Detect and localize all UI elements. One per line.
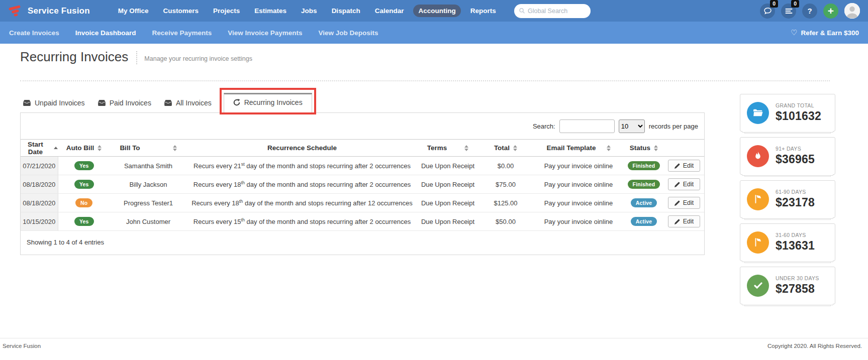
refresh-icon	[233, 99, 240, 106]
list-icon	[785, 8, 793, 14]
header-actions	[664, 140, 704, 157]
edit-button[interactable]: Edit	[668, 160, 701, 172]
bill-to-cell: Samantha Smith	[110, 157, 186, 175]
status-cell: Finished	[624, 175, 664, 194]
bill-to-cell: Progress Tester1	[110, 194, 186, 212]
brand-name: Service Fusion	[28, 6, 90, 16]
auto-bill-cell: Yes	[58, 175, 110, 194]
inbox-icon	[98, 100, 106, 106]
grand-total-card: GRAND TOTAL $101632	[740, 94, 835, 132]
brand-logo[interactable]: Service Fusion	[8, 4, 90, 18]
subnav-invoice-dashboard[interactable]: Invoice Dashboard	[75, 29, 136, 37]
header-email-template[interactable]: Email Template	[533, 140, 624, 157]
start-date-cell: 08/18/2020	[21, 194, 58, 212]
status-cell: Active	[624, 194, 664, 212]
subnav-create-invoices[interactable]: Create Invoices	[9, 29, 59, 37]
global-search	[514, 4, 591, 18]
user-avatar[interactable]	[844, 3, 860, 19]
brand-logo-icon	[8, 4, 23, 18]
auto-bill-cell: No	[58, 194, 110, 212]
header-start-date[interactable]: Start Date	[21, 140, 58, 157]
edit-button[interactable]: Edit	[668, 178, 701, 190]
subnav-view-job-deposits[interactable]: View Job Deposits	[319, 29, 378, 37]
total-cell: $50.00	[478, 212, 533, 231]
total-cell: $0.00	[478, 157, 533, 175]
subnav-receive-payments[interactable]: Receive Payments	[152, 29, 212, 37]
days-31-60-card: 31-60 DAYS $13631	[740, 223, 835, 261]
header-auto-bill[interactable]: Auto Bill	[58, 140, 110, 157]
nav-item-projects[interactable]: Projects	[208, 5, 245, 17]
subnav-view-invoice-payments[interactable]: View Invoice Payments	[228, 29, 302, 37]
dotted-separator	[20, 80, 830, 81]
recurrence-cell: Recurs every 18th day of the month and s…	[186, 175, 418, 194]
top-icon-cluster: 0 0 ? +	[760, 3, 860, 19]
tab-unpaid-invoices[interactable]: Unpaid Invoices	[22, 94, 86, 112]
nav-item-dispatch[interactable]: Dispatch	[327, 5, 365, 17]
tab-label: Recurring Invoices	[244, 98, 303, 106]
edit-button[interactable]: Edit	[668, 197, 701, 209]
nav-item-estimates[interactable]: Estimates	[249, 5, 292, 17]
recurrence-cell: Recurs every 21st day of the month and s…	[186, 157, 418, 175]
status-badge: Finished	[628, 180, 660, 189]
footer-copyright: Copyright 2020. All Rights Reserved.	[767, 343, 862, 349]
tasks-button[interactable]: 0	[781, 4, 796, 19]
header-total[interactable]: Total	[478, 140, 533, 157]
tab-paid-invoices[interactable]: Paid Invoices	[97, 94, 152, 112]
actions-cell: Edit	[664, 157, 704, 175]
status-cell: Active	[624, 212, 664, 231]
auto-bill-badge: Yes	[74, 180, 94, 189]
auto-bill-badge: Yes	[74, 217, 94, 226]
card-value: $36965	[776, 153, 815, 166]
start-date-cell: 07/21/2020	[21, 157, 58, 175]
table-search-input[interactable]	[559, 119, 615, 133]
page-title: Recurring Invoices	[20, 49, 128, 64]
nav-item-jobs[interactable]: Jobs	[296, 5, 322, 17]
person-icon	[844, 3, 860, 19]
chat-badge: 0	[770, 0, 778, 8]
check-icon	[747, 275, 769, 297]
page-subtitle: Manage your recurring invoice settings	[136, 51, 252, 64]
card-value: $23178	[776, 196, 815, 209]
actions-cell: Edit	[664, 194, 704, 212]
header-terms[interactable]: Terms	[418, 140, 478, 157]
chat-button[interactable]: 0	[760, 4, 775, 19]
nav-item-calendar[interactable]: Calendar	[370, 5, 409, 17]
help-button[interactable]: ?	[802, 4, 817, 19]
refer-earn-link[interactable]: ♡ Refer & Earn $300	[791, 28, 859, 37]
edit-button[interactable]: Edit	[668, 215, 701, 227]
tab-all-invoices[interactable]: All Invoices	[163, 94, 213, 112]
sort-icon	[464, 145, 468, 151]
card-value: $101632	[776, 109, 821, 123]
tasks-badge: 0	[791, 0, 799, 8]
header-recurrence-schedule[interactable]: Recurrence Schedule	[186, 140, 418, 157]
add-button[interactable]: +	[823, 4, 838, 19]
tab-recurring-invoices[interactable]: Recurring Invoices	[224, 93, 312, 112]
aging-summary-sidebar: GRAND TOTAL $101632 91+ DAYS $36965 61-9…	[740, 94, 835, 310]
status-cell: Finished	[624, 157, 664, 175]
inbox-icon	[164, 100, 172, 106]
page-size-select[interactable]: 10	[619, 119, 645, 133]
header-status[interactable]: Status	[624, 140, 664, 157]
recurring-invoices-panel: Search: 10 records per page Start Date A…	[20, 112, 705, 255]
card-value: $13631	[776, 239, 815, 253]
nav-item-my-office[interactable]: My Office	[113, 5, 154, 17]
header-bill-to[interactable]: Bill To	[110, 140, 186, 157]
accounting-sub-nav: Create Invoices Invoice Dashboard Receiv…	[0, 22, 868, 44]
flag-icon	[747, 231, 769, 254]
global-search-input[interactable]	[528, 8, 586, 15]
actions-cell: Edit	[664, 212, 704, 231]
top-nav: Service Fusion My Office Customers Proje…	[0, 0, 868, 22]
page-footer: Service Fusion Copyright 2020. All Right…	[0, 338, 868, 349]
auto-bill-cell: Yes	[58, 212, 110, 231]
nav-item-reports[interactable]: Reports	[465, 5, 501, 17]
tab-label: Paid Invoices	[110, 99, 151, 107]
under-30-days-card: UNDER 30 DAYS $27858	[740, 267, 835, 304]
nav-item-customers[interactable]: Customers	[158, 5, 204, 17]
nav-item-accounting[interactable]: Accounting	[413, 5, 460, 17]
pencil-icon	[674, 200, 680, 206]
search-label: Search:	[533, 123, 555, 130]
sort-icon	[98, 145, 102, 151]
pencil-icon	[674, 163, 680, 169]
main-nav: My Office Customers Projects Estimates J…	[113, 5, 501, 17]
email-template-cell: Pay your invoice oinline	[533, 194, 624, 212]
